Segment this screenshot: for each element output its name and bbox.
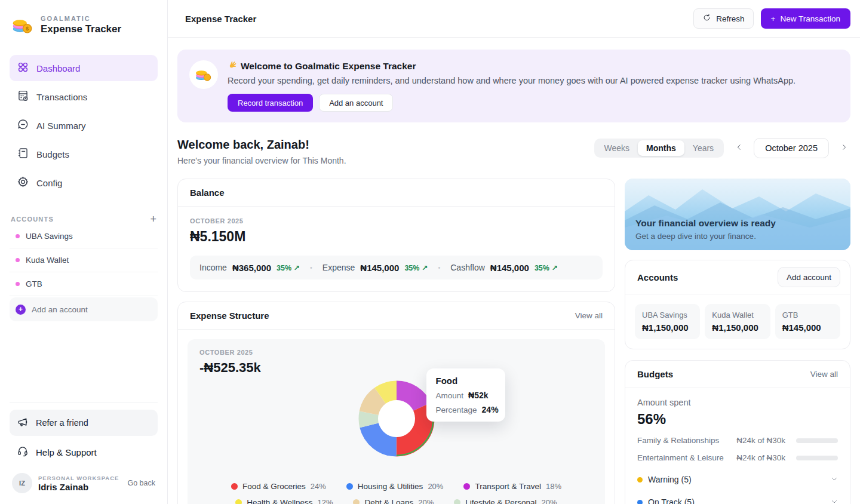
budget-row: Entertainment & Leisure ₦24k of ₦30k — [637, 453, 838, 462]
legend-item: Lifestyle & Personal 20% — [454, 498, 557, 504]
expense-total: -₦525.35k — [199, 360, 593, 376]
svg-text:$: $ — [26, 26, 29, 32]
account-name: GTB — [26, 279, 42, 288]
sidebar: $ GOALMATIC Expense Tracker Dashboard — [0, 0, 168, 504]
account-name: UBA Savings — [26, 232, 73, 241]
new-transaction-button[interactable]: + New Transaction — [761, 8, 850, 29]
balance-stats: Income ₦365,000 35% ↗ • Expense ₦145,000… — [190, 256, 603, 279]
budget-group-on-track[interactable]: On Track (5) — [637, 497, 838, 504]
legend-dot-icon — [231, 483, 238, 490]
add-account-button[interactable]: Add account — [778, 267, 840, 287]
chevron-left-icon — [735, 143, 743, 153]
coins-icon — [189, 60, 218, 89]
sidebar-footer: Refer a friend Help & Support IZ PERSONA… — [10, 402, 158, 494]
period-selector[interactable]: October 2025 — [754, 138, 829, 158]
brand-company: GOALMATIC — [41, 15, 121, 22]
overview-subtitle: Here's your financial overview for This … — [177, 156, 346, 165]
add-an-account-button[interactable]: Add an account — [319, 94, 393, 112]
brand-logo: $ GOALMATIC Expense Tracker — [10, 10, 158, 39]
refresh-button[interactable]: Refresh — [693, 8, 753, 29]
budget-progress-bar — [796, 438, 838, 443]
sidebar-account-gtb[interactable]: GTB — [10, 272, 158, 296]
welcome-title: Welcome to Goalmatic Expense Tracker — [241, 61, 416, 72]
sidebar-item-label: Dashboard — [36, 63, 80, 73]
avatar: IZ — [12, 473, 32, 493]
legend-dot-icon — [463, 483, 470, 490]
account-dot-icon — [16, 258, 20, 262]
account-dot-icon — [16, 234, 20, 238]
legend-dot-icon — [454, 499, 460, 504]
period-prev-button[interactable] — [732, 142, 745, 155]
trend-up-icon: ↗ — [551, 264, 557, 272]
period-next-button[interactable] — [837, 142, 850, 155]
budget-row: Family & Relationships ₦24k of ₦30k — [637, 436, 838, 445]
sidebar-account-uba[interactable]: UBA Savings — [10, 225, 158, 248]
accounts-card: Accounts Add account UBA Savings ₦1,150,… — [625, 260, 850, 349]
dashboard-icon — [17, 61, 29, 75]
balance-card: Balance OCTOBER 2025 ₦5.150M Income ₦365… — [177, 179, 615, 292]
sidebar-item-ai-summary[interactable]: AI Summary — [10, 112, 158, 139]
budgets-icon — [17, 147, 29, 161]
megaphone-icon — [17, 416, 29, 430]
sidebar-account-kuda[interactable]: Kuda Wallet — [10, 248, 158, 272]
budgets-view-all-link[interactable]: View all — [810, 370, 838, 379]
sidebar-item-dashboard[interactable]: Dashboard — [10, 55, 158, 81]
balance-amount: ₦5.150M — [190, 229, 603, 245]
user-profile[interactable]: IZ PERSONAL WORKSPACE Idris Zainab Go ba… — [10, 468, 158, 494]
plus-circle-icon: + — [16, 305, 26, 315]
overview-title: Welcome back, Zainab! — [177, 138, 346, 152]
chevron-down-icon — [831, 474, 838, 485]
expense-view-all-link[interactable]: View all — [575, 311, 603, 320]
expense-donut-chart[interactable] — [357, 379, 436, 458]
accounts-section-title: ACCOUNTS — [11, 216, 54, 223]
stat-cashflow: Cashflow ₦145,000 35% ↗ — [450, 263, 558, 273]
tooltip-percent: 24% — [482, 405, 499, 414]
app-root: $ GOALMATIC Expense Tracker Dashboard — [0, 0, 860, 504]
record-transaction-button[interactable]: Record transaction — [228, 94, 313, 112]
welcome-description: Record your spending, get daily reminder… — [228, 76, 796, 85]
dot-separator: • — [307, 264, 315, 271]
sidebar-item-config[interactable]: Config — [10, 170, 158, 196]
chart-legend: Food & Groceries 24% Housing & Utilities… — [199, 482, 593, 504]
tooltip-title: Food — [436, 376, 496, 386]
trend-up-icon: ↗ — [422, 264, 428, 272]
accounts-card-title: Accounts — [637, 272, 678, 282]
tab-months[interactable]: Months — [638, 140, 684, 156]
sidebar-item-label: AI Summary — [36, 121, 86, 131]
trend-up-icon: ↗ — [294, 264, 300, 272]
amount-spent-value: 56% — [637, 411, 838, 428]
financial-overview-banner[interactable]: Your financial overview is ready Get a d… — [625, 179, 850, 250]
balance-card-title: Balance — [190, 188, 225, 198]
coins-icon: $ — [11, 13, 35, 37]
tab-years[interactable]: Years — [684, 140, 722, 156]
period-controls: Weeks Months Years October 2025 — [594, 138, 850, 158]
refer-label: Refer a friend — [36, 418, 88, 428]
legend-item: Debt & Loans 20% — [353, 498, 434, 504]
refer-a-friend-button[interactable]: Refer a friend — [10, 410, 158, 436]
account-tile-kuda[interactable]: Kuda Wallet ₦1,150,000 — [705, 304, 770, 339]
account-tile-gtb[interactable]: GTB ₦145,000 — [775, 304, 840, 339]
sidebar-add-account-button[interactable]: + Add an account — [10, 297, 158, 321]
budget-group-warning[interactable]: Warning (5) — [637, 474, 838, 485]
dot-separator: • — [435, 264, 443, 271]
sidebar-item-label: Transactions — [36, 92, 87, 102]
sidebar-item-budgets[interactable]: Budgets — [10, 141, 158, 167]
amount-spent-label: Amount spent — [637, 398, 838, 407]
chevron-down-icon — [831, 497, 838, 504]
help-support-button[interactable]: Help & Support — [10, 440, 158, 465]
budget-progress-bar — [796, 456, 838, 460]
expense-chart-panel: OCTOBER 2025 -₦525.35k — [188, 339, 605, 504]
tab-weeks[interactable]: Weeks — [596, 140, 638, 156]
legend-item: Food & Groceries 24% — [231, 482, 326, 491]
budgets-card-title: Budgets — [637, 369, 673, 379]
account-tile-uba[interactable]: UBA Savings ₦1,150,000 — [635, 304, 700, 339]
main-area: Expense Tracker Refresh + New Transactio… — [168, 0, 860, 504]
legend-dot-icon — [353, 499, 360, 504]
add-account-plus-button[interactable]: + — [150, 214, 156, 225]
insight-subtitle: Get a deep dive into your finance. — [635, 232, 776, 241]
brand-product: Expense Tracker — [41, 23, 121, 35]
sidebar-item-transactions[interactable]: Transactions — [10, 84, 158, 110]
legend-dot-icon — [346, 483, 353, 490]
config-icon — [17, 176, 29, 190]
go-back-link[interactable]: Go back — [127, 479, 155, 487]
